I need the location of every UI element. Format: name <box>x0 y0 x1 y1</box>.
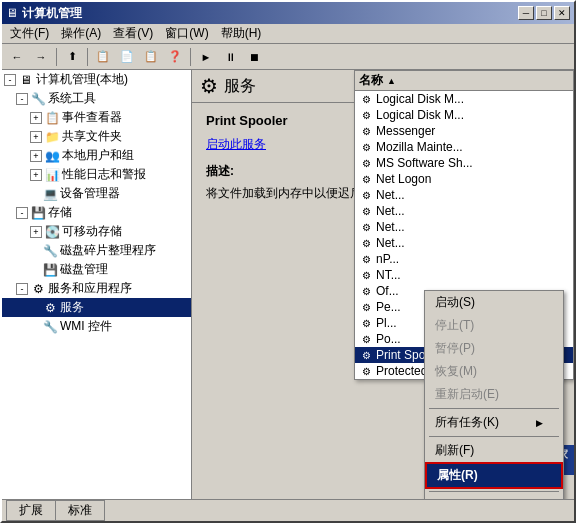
ctx-restart[interactable]: 重新启动(E) <box>425 383 563 406</box>
status-bar: 扩展 标准 <box>2 499 574 521</box>
svc-label-5: Net Logon <box>376 172 431 186</box>
tree-expand-shared[interactable]: + <box>30 131 42 143</box>
context-menu: 启动(S) 停止(T) 暂停(P) 恢复(M) 重新启动(E) 所有任务(K) … <box>424 290 564 499</box>
stop-button[interactable]: ⏹ <box>243 47 265 67</box>
tree-label-wmi: WMI 控件 <box>60 318 112 335</box>
tree-item-services[interactable]: ⚙ 服务 <box>2 298 191 317</box>
ctx-pause[interactable]: 暂停(P) <box>425 337 563 360</box>
window-icon: 🖥 <box>6 6 18 20</box>
svc-icon-12: ⚙ <box>359 284 373 298</box>
title-bar-left: 🖥 计算机管理 <box>6 5 82 22</box>
svc-item-1[interactable]: ⚙ Logical Disk M... <box>355 107 573 123</box>
tree-item-shared[interactable]: + 📁 共享文件夹 <box>2 127 191 146</box>
back-button[interactable]: ← <box>6 47 28 67</box>
tree-expand-event[interactable]: + <box>30 112 42 124</box>
tree-item-root[interactable]: - 🖥 计算机管理(本地) <box>2 70 191 89</box>
content-header-icon: ⚙ <box>200 74 218 98</box>
tree-item-localusers[interactable]: + 👥 本地用户和组 <box>2 146 191 165</box>
svc-item-3[interactable]: ⚙ Mozilla Mainte... <box>355 139 573 155</box>
tree-item-diskmgmt[interactable]: 💾 磁盘管理 <box>2 260 191 279</box>
toolbar-sep-3 <box>190 48 191 66</box>
svc-item-6[interactable]: ⚙ Net... <box>355 187 573 203</box>
diskmgmt-icon: 💾 <box>42 262 58 278</box>
tree-item-devmgr[interactable]: 💻 设备管理器 <box>2 184 191 203</box>
export-button[interactable]: 📄 <box>116 47 138 67</box>
svc-item-8[interactable]: ⚙ Net... <box>355 219 573 235</box>
tree-item-removable[interactable]: + 💽 可移动存储 <box>2 222 191 241</box>
tree-label-event: 事件查看器 <box>62 109 122 126</box>
svc-item-4[interactable]: ⚙ MS Software Sh... <box>355 155 573 171</box>
close-button[interactable]: ✕ <box>554 6 570 20</box>
pause-button[interactable]: ⏸ <box>219 47 241 67</box>
tree-expand-storage[interactable]: - <box>16 207 28 219</box>
play-button[interactable]: ► <box>195 47 217 67</box>
show-hide-button[interactable]: 📋 <box>92 47 114 67</box>
maximize-button[interactable]: □ <box>536 6 552 20</box>
tree-label-system: 系统工具 <box>48 90 96 107</box>
svc-item-9[interactable]: ⚙ Net... <box>355 235 573 251</box>
ctx-resume[interactable]: 恢复(M) <box>425 360 563 383</box>
svc-label-1: Logical Disk M... <box>376 108 464 122</box>
tree-item-storage[interactable]: - 💾 存储 <box>2 203 191 222</box>
tree-label-removable: 可移动存储 <box>62 223 122 240</box>
main-area: - 🖥 计算机管理(本地) - 🔧 系统工具 + 📋 事件查看器 + 📁 共享文… <box>2 70 574 499</box>
svc-icon-13: ⚙ <box>359 300 373 314</box>
svc-label-11: NT... <box>376 268 401 282</box>
properties-button[interactable]: 📋 <box>140 47 162 67</box>
tree-expand-perf[interactable]: + <box>30 169 42 181</box>
ctx-start[interactable]: 启动(S) <box>425 291 563 314</box>
tree-item-perf[interactable]: + 📊 性能日志和警报 <box>2 165 191 184</box>
ctx-help[interactable]: 帮助(H) <box>425 494 563 499</box>
svc-item-11[interactable]: ⚙ NT... <box>355 267 573 283</box>
ctx-sep-1 <box>429 408 559 409</box>
svc-label-6: Net... <box>376 188 405 202</box>
svc-item-7[interactable]: ⚙ Net... <box>355 203 573 219</box>
tree-expand-localusers[interactable]: + <box>30 150 42 162</box>
forward-button[interactable]: → <box>30 47 52 67</box>
status-tab-standard[interactable]: 标准 <box>55 500 105 521</box>
removable-icon: 💽 <box>44 224 60 240</box>
ctx-refresh[interactable]: 刷新(F) <box>425 439 563 462</box>
svc-item-10[interactable]: ⚙ nP... <box>355 251 573 267</box>
tree-expand-removable[interactable]: + <box>30 226 42 238</box>
tree-expand-root[interactable]: - <box>4 74 16 86</box>
tree-item-defrag[interactable]: 🔧 磁盘碎片整理程序 <box>2 241 191 260</box>
svc-label-14: Pl... <box>376 316 397 330</box>
svc-item-0[interactable]: ⚙ Logical Disk M... <box>355 91 573 107</box>
tree-item-wmi[interactable]: 🔧 WMI 控件 <box>2 317 191 336</box>
services-column-header[interactable]: 名称 ▲ <box>355 71 573 91</box>
menu-view[interactable]: 查看(V) <box>107 23 159 44</box>
tree-label-perf: 性能日志和警报 <box>62 166 146 183</box>
up-button[interactable]: ⬆ <box>61 47 83 67</box>
ctx-alltasks[interactable]: 所有任务(K) ▶ <box>425 411 563 434</box>
svc-item-5[interactable]: ⚙ Net Logon <box>355 171 573 187</box>
tree-expand-system[interactable]: - <box>16 93 28 105</box>
svc-label-8: Net... <box>376 220 405 234</box>
wmi-icon: 🔧 <box>42 319 58 335</box>
svc-label-0: Logical Disk M... <box>376 92 464 106</box>
ctx-stop[interactable]: 停止(T) <box>425 314 563 337</box>
status-tab-expand[interactable]: 扩展 <box>6 500 55 521</box>
menu-help[interactable]: 帮助(H) <box>215 23 268 44</box>
help-button-toolbar[interactable]: ❓ <box>164 47 186 67</box>
defrag-icon: 🔧 <box>42 243 58 259</box>
svc-icon-15: ⚙ <box>359 332 373 346</box>
svc-item-2[interactable]: ⚙ Messenger <box>355 123 573 139</box>
tree-item-svcapps[interactable]: - ⚙ 服务和应用程序 <box>2 279 191 298</box>
svc-icon-14: ⚙ <box>359 316 373 330</box>
tree-item-event[interactable]: + 📋 事件查看器 <box>2 108 191 127</box>
minimize-button[interactable]: ─ <box>518 6 534 20</box>
window-title: 计算机管理 <box>22 5 82 22</box>
svc-icon-5: ⚙ <box>359 172 373 186</box>
menu-bar: 文件(F) 操作(A) 查看(V) 窗口(W) 帮助(H) <box>2 24 574 44</box>
menu-file[interactable]: 文件(F) <box>4 23 55 44</box>
toolbar: ← → ⬆ 📋 📄 📋 ❓ ► ⏸ ⏹ <box>2 44 574 70</box>
menu-window[interactable]: 窗口(W) <box>159 23 214 44</box>
tree-label-storage: 存储 <box>48 204 72 221</box>
localusers-icon: 👥 <box>44 148 60 164</box>
tree-expand-svcapps[interactable]: - <box>16 283 28 295</box>
tree-item-system[interactable]: - 🔧 系统工具 <box>2 89 191 108</box>
toolbar-sep-1 <box>56 48 57 66</box>
menu-action[interactable]: 操作(A) <box>55 23 107 44</box>
ctx-properties[interactable]: 属性(R) <box>425 462 563 489</box>
